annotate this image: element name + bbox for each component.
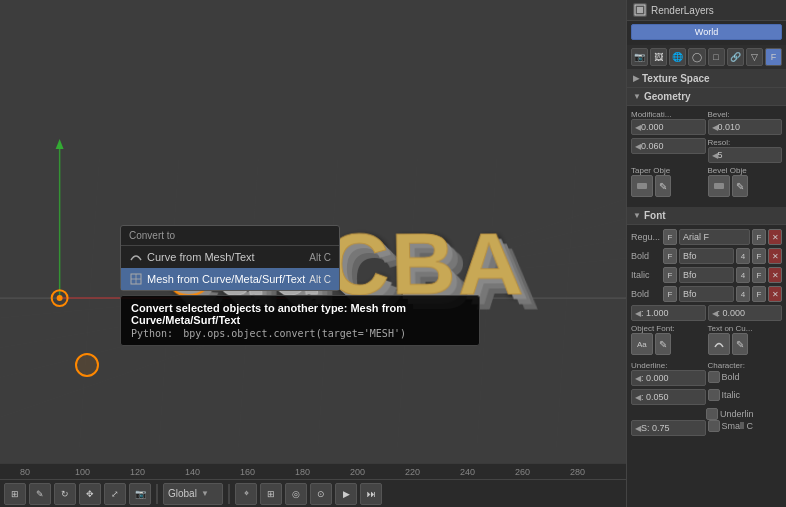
ruler-100: 100 [75,467,90,477]
taper-field: Taper Obje ✎ [631,166,706,200]
bold-font-name[interactable]: Bfo [679,248,734,264]
ruler-140: 140 [185,467,200,477]
underlin-checkbox[interactable] [706,408,718,420]
toolbar-camera-btn[interactable]: 📷 [129,483,151,505]
bold2-font-name[interactable]: Bfo [679,286,734,302]
toolbar-proportional-btn[interactable]: ◎ [285,483,307,505]
mode-label: Global [168,488,197,499]
italic-f-btn[interactable]: F [663,267,677,283]
context-menu: Convert to Curve from Mesh/Text Alt C Me… [120,225,340,291]
svg-rect-23 [637,7,643,13]
smallc-size-value[interactable]: ◀ S: 0.75 [631,420,706,436]
obj-font-edit[interactable]: ✎ [655,333,671,355]
viewport-3d[interactable]: eduCBA Convert to Curve from Mesh/Text A… [0,0,626,507]
ruler-280: 280 [570,467,585,477]
regular-font-name[interactable]: Arial F [679,229,750,245]
toolbar-render-btn[interactable]: ▶ [335,483,357,505]
ruler-240: 240 [460,467,475,477]
font-browse-btn[interactable]: F [752,229,766,245]
italic-label: Italic [631,270,661,280]
italic-browse-btn[interactable]: F [752,267,766,283]
toc-edit[interactable]: ✎ [732,333,748,355]
panel-icon-object[interactable]: □ [708,48,725,66]
toc-icon[interactable] [708,333,730,355]
bold-checkbox[interactable] [708,371,720,383]
smallc-checkbox[interactable] [708,420,720,432]
italic-size-btn[interactable]: 4 [736,267,750,283]
toolbar-snap-btn[interactable]: ⌖ [235,483,257,505]
geometry-header[interactable]: ▼ Geometry [627,88,786,106]
toolbar-anim-btn[interactable]: ⏭ [360,483,382,505]
underline-value[interactable]: ◀ : 0.000 [631,370,706,386]
toolbar-move-btn[interactable]: ✥ [79,483,101,505]
bevel-value[interactable]: ◀ 0.010 [708,119,783,135]
world-button[interactable]: World [631,24,782,40]
italic-check-row: Italic [708,389,783,401]
modification-label: Modificati... [631,110,706,119]
bevel-obj-label: Bevel Obje [708,166,783,175]
taper-edit-icon[interactable]: ✎ [655,175,671,197]
size-shear-row: ◀ : 1.000 ◀ : 0.000 [631,305,782,321]
geometry-label: Geometry [644,91,691,102]
panel-icon-world[interactable]: ◯ [688,48,705,66]
svg-rect-24 [637,183,647,189]
bevel-obj-icons: ✎ [708,175,783,197]
bold2-size-btn[interactable]: 4 [736,286,750,302]
smallc-check-label: Small C [722,421,754,431]
resol-field: Resol: ◀ 5 [708,138,783,163]
toolbar-view-btn[interactable]: ⊞ [4,483,26,505]
bold-browse-btn[interactable]: F [752,248,766,264]
panel-icon-data[interactable]: ▽ [746,48,763,66]
bold2-x-btn[interactable]: ✕ [768,286,782,302]
bold-x-btn[interactable]: ✕ [768,248,782,264]
toolbar-rotate-btn[interactable]: ↻ [54,483,76,505]
toolbar-grid-btn[interactable]: ⊞ [260,483,282,505]
modification-value[interactable]: ◀ 0.000 [631,119,706,135]
underline2-value[interactable]: ◀ : 0.050 [631,389,706,405]
italic-font-name[interactable]: Bfo [679,267,734,283]
smallc-check-field: Small C [708,420,783,436]
bevel-obj-icon[interactable] [708,175,730,197]
italic-x-btn[interactable]: ✕ [768,267,782,283]
bold2-f-btn[interactable]: F [663,286,677,302]
offset-resol-row: ◀ 0.060 Resol: ◀ 5 [631,138,782,163]
panel-icon-scene[interactable]: 🌐 [669,48,686,66]
panel-icon-render[interactable]: 🖼 [650,48,667,66]
curve-item-label: Curve from Mesh/Text [147,251,255,263]
italic-checkbox[interactable] [708,389,720,401]
taper-bevelobj-row: Taper Obje ✎ Bevel Obje ✎ [631,166,782,200]
size-value[interactable]: ◀ : 1.000 [631,305,706,321]
ruler-bottom: 80 100 120 140 160 180 200 220 240 260 2… [0,463,626,479]
font-f-btn[interactable]: F [663,229,677,245]
obj-font-icon[interactable]: Aa [631,333,653,355]
tooltip-box: Convert selected objects to another type… [120,295,480,346]
panel-icon-constraints[interactable]: 🔗 [727,48,744,66]
ruler-80: 80 [20,467,30,477]
context-menu-item-mesh[interactable]: Mesh from Curve/Meta/Surf/Text Alt C [121,268,339,290]
shear-value[interactable]: ◀ : 0.000 [708,305,783,321]
bottom-toolbar: ⊞ ✎ ↻ ✥ ⤢ 📷 Global ▼ ⌖ ⊞ ◎ ⊙ ▶ ⏭ [0,479,626,507]
font-header[interactable]: ▼ Font [627,207,786,225]
panel-icon-material[interactable]: F [765,48,782,66]
toolbar-onion-btn[interactable]: ⊙ [310,483,332,505]
right-panel: RenderLayers World 📷 🖼 🌐 ◯ □ 🔗 ▽ F ▶ Tex… [626,0,786,507]
bevel-edit-icon[interactable]: ✎ [732,175,748,197]
bold-label: Bold [631,251,661,261]
offset-value[interactable]: ◀ 0.060 [631,138,706,154]
bevel-label: Bevel: [708,110,783,119]
texture-space-header[interactable]: ▶ Texture Space [627,70,786,88]
bevel-field: Bevel: ◀ 0.010 [708,110,783,135]
svg-rect-25 [714,183,724,189]
toolbar-mode-select[interactable]: Global ▼ [163,483,223,505]
taper-obj-icon[interactable] [631,175,653,197]
panel-icon-camera[interactable]: 📷 [631,48,648,66]
toolbar-edit-btn[interactable]: ✎ [29,483,51,505]
bold-f-btn[interactable]: F [663,248,677,264]
svg-text:Aa: Aa [637,340,647,349]
bold-size-btn[interactable]: 4 [736,248,750,264]
font-x-btn[interactable]: ✕ [768,229,782,245]
toolbar-scale-btn[interactable]: ⤢ [104,483,126,505]
context-menu-item-curve[interactable]: Curve from Mesh/Text Alt C [121,246,339,268]
resol-value[interactable]: ◀ 5 [708,147,783,163]
bold2-browse-btn[interactable]: F [752,286,766,302]
